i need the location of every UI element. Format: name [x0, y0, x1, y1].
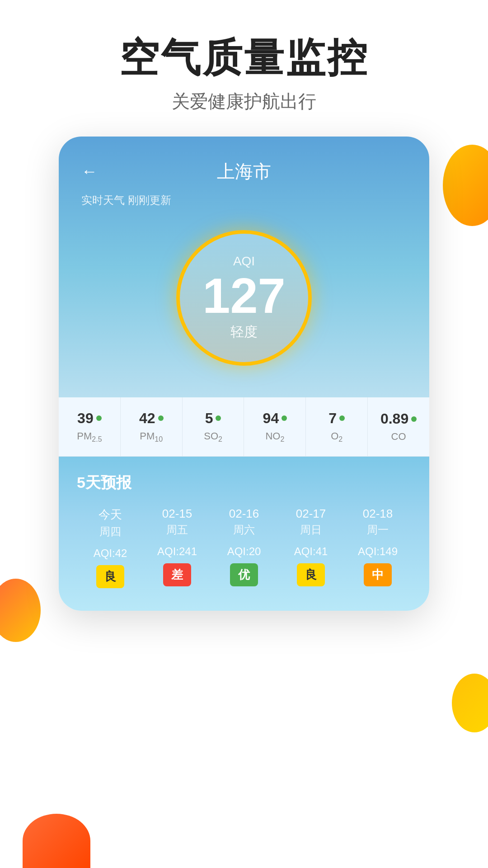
metric-value-row: 5: [187, 410, 239, 427]
forecast-aqi-text: AQI:20: [211, 545, 277, 558]
forecast-day: 02-18 周一 AQI:149 中: [344, 507, 411, 588]
forecast-date: 02-16: [211, 507, 277, 521]
metric-name: NO2: [249, 430, 301, 443]
forecast-date: 02-18: [344, 507, 411, 521]
city-name: 上海市: [217, 159, 271, 184]
forecast-date: 今天: [77, 507, 144, 523]
phone-card: ← 上海市 实时天气 刚刚更新 AQI 127 轻度 39 PM2.5 42 P…: [59, 137, 429, 611]
aqi-circle-container: AQI 127 轻度: [81, 221, 407, 370]
metric-value: 42: [139, 410, 155, 427]
forecast-day: 今天 周四 AQI:42 良: [77, 507, 144, 588]
metric-name: PM2.5: [63, 430, 116, 443]
forecast-date: 02-15: [144, 507, 211, 521]
back-button[interactable]: ←: [81, 162, 98, 181]
metric-value: 7: [328, 410, 337, 427]
decorative-blob-bottom-right: [452, 674, 488, 732]
metric-dot: [282, 415, 287, 421]
forecast-title: 5天预报: [77, 472, 411, 493]
aqi-description: 轻度: [230, 323, 258, 341]
metric-item: 5 SO2: [183, 397, 244, 456]
forecast-weekday: 周一: [344, 523, 411, 537]
metric-name: SO2: [187, 430, 239, 443]
forecast-day: 02-17 周日 AQI:41 良: [277, 507, 344, 588]
aqi-value: 127: [202, 271, 286, 321]
forecast-weekday: 周日: [277, 523, 344, 537]
forecast-date: 02-17: [277, 507, 344, 521]
forecast-day: 02-16 周六 AQI:20 优: [211, 507, 277, 588]
forecast-aqi-text: AQI:241: [144, 545, 211, 558]
forecast-aqi-text: AQI:149: [344, 545, 411, 558]
forecast-grid: 今天 周四 AQI:42 良 02-15 周五 AQI:241 差 02-16 …: [77, 507, 411, 588]
forecast-badge: 优: [230, 563, 258, 586]
metric-dot: [339, 415, 345, 421]
forecast-aqi-text: AQI:41: [277, 545, 344, 558]
metric-dot: [411, 416, 417, 422]
metric-dot: [96, 415, 102, 421]
forecast-badge: 良: [297, 563, 325, 586]
decorative-blob-left: [0, 579, 41, 642]
forecast-day: 02-15 周五 AQI:241 差: [144, 507, 211, 588]
metric-value: 39: [77, 410, 94, 427]
metric-item: 7 O2: [306, 397, 368, 456]
hero-section: 空气质量监控 关爱健康护航出行: [0, 0, 488, 137]
app-header: ← 上海市 实时天气 刚刚更新 AQI 127 轻度: [59, 137, 429, 397]
weather-update: 实时天气 刚刚更新: [81, 193, 407, 208]
aqi-circle: AQI 127 轻度: [176, 230, 312, 366]
metric-value-row: 0.89: [372, 410, 425, 427]
forecast-aqi-text: AQI:42: [77, 547, 144, 560]
metric-value: 5: [205, 410, 213, 427]
aqi-label: AQI: [233, 254, 255, 269]
metric-item: 39 PM2.5: [59, 397, 121, 456]
metric-item: 0.89 CO: [368, 398, 429, 455]
metric-name: CO: [372, 431, 425, 443]
hero-title: 空气质量监控: [0, 36, 488, 80]
metric-name: PM10: [125, 430, 178, 443]
metric-value-row: 39: [63, 410, 116, 427]
forecast-badge: 中: [364, 563, 392, 586]
forecast-weekday: 周六: [211, 523, 277, 537]
forecast-badge: 良: [96, 565, 124, 588]
forecast-weekday: 周四: [77, 524, 144, 539]
metric-value-row: 94: [249, 410, 301, 427]
metric-item: 94 NO2: [244, 397, 306, 456]
metric-dot: [158, 415, 164, 421]
hero-subtitle: 关爱健康护航出行: [0, 89, 488, 114]
metric-value-row: 42: [125, 410, 178, 427]
app-nav: ← 上海市: [81, 159, 407, 184]
forecast-section: 5天预报 今天 周四 AQI:42 良 02-15 周五 AQI:241 差 0…: [59, 457, 429, 611]
decorative-blob-right: [443, 145, 488, 226]
metrics-bar: 39 PM2.5 42 PM10 5 SO2 94 NO2 7 O2 0.89: [59, 397, 429, 457]
metric-item: 42 PM10: [121, 397, 183, 456]
metric-name: O2: [310, 430, 363, 443]
forecast-badge: 差: [163, 563, 191, 586]
metric-value-row: 7: [310, 410, 363, 427]
metric-dot: [216, 415, 221, 421]
metric-value: 0.89: [380, 410, 408, 427]
metric-value: 94: [263, 410, 279, 427]
forecast-weekday: 周五: [144, 523, 211, 537]
decorative-blob-bottom-corner: [23, 814, 90, 868]
